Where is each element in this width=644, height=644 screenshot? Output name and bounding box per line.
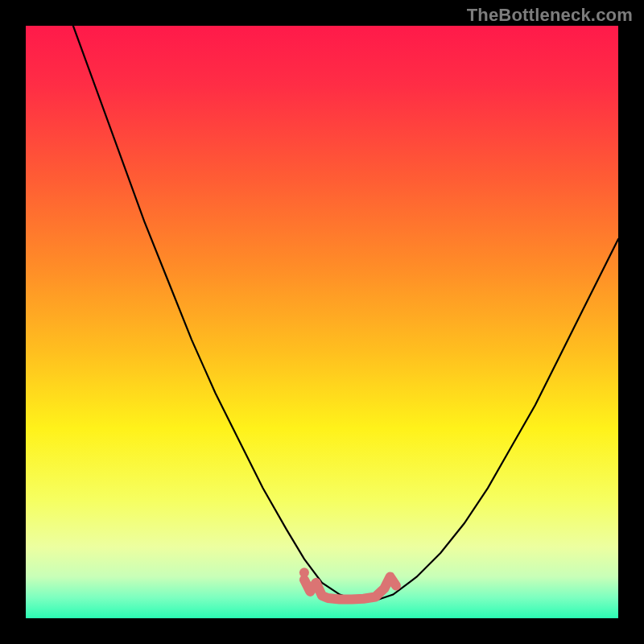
trough-dot <box>299 568 309 577</box>
watermark-text: TheBottleneck.com <box>467 5 633 26</box>
gradient-background <box>26 26 618 618</box>
plot-area <box>26 26 618 618</box>
chart-svg <box>26 26 618 618</box>
chart-frame: TheBottleneck.com <box>0 0 644 644</box>
